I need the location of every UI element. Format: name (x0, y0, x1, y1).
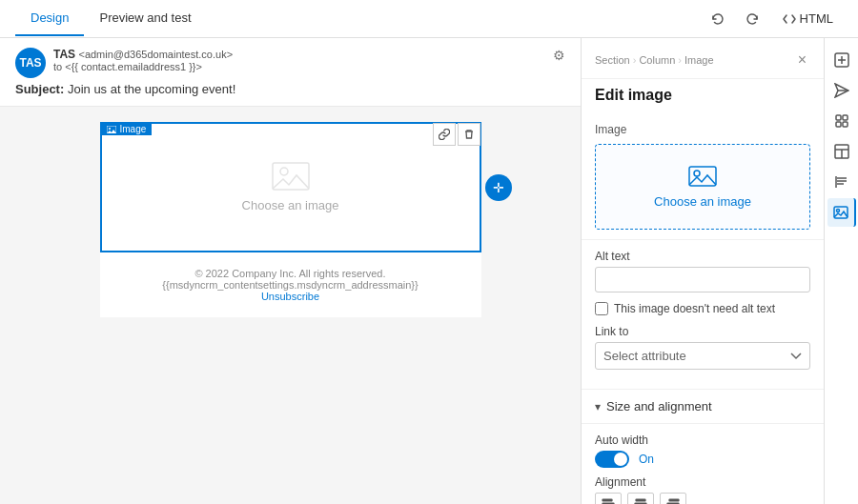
html-label: HTML (800, 11, 833, 26)
alt-text-input[interactable] (595, 267, 810, 292)
footer-copyright: © 2022 Company Inc. All rights reserved. (115, 268, 466, 279)
size-alignment-section-header[interactable]: ▾ Size and alignment (582, 390, 824, 424)
unsubscribe-link[interactable]: Unsubscribe (261, 291, 319, 302)
to-address: <{{ contact.emailaddress1 }}> (65, 61, 202, 72)
auto-width-state: On (639, 453, 654, 466)
breadcrumb-section: Section (595, 54, 630, 66)
alt-text-section: Alt text This image doesn't need alt tex… (582, 240, 824, 390)
no-alt-checkbox[interactable] (595, 302, 608, 315)
toolbar-actions: HTML (705, 6, 843, 32)
rail-add-icon[interactable] (827, 46, 856, 74)
svg-rect-23 (843, 122, 848, 127)
image-upload-area[interactable]: Choose an image (595, 144, 810, 230)
breadcrumb-column: Column (639, 54, 675, 66)
block-type-label: Image (120, 124, 147, 134)
sender-email: <admin@d365domaintest.co.uk> (78, 49, 233, 60)
image-upload-section: Image Choose an image (582, 113, 824, 240)
tab-preview[interactable]: Preview and test (84, 1, 206, 36)
avatar: TAS (15, 48, 46, 78)
alt-text-label: Alt text (595, 250, 810, 263)
email-header: TAS TAS <admin@d365domaintest.co.uk> to … (0, 38, 581, 107)
sender-name: TAS (53, 48, 75, 61)
svg-point-32 (836, 210, 839, 212)
rail-layout-icon[interactable] (827, 137, 856, 166)
svg-point-5 (694, 171, 700, 176)
rail-text-icon[interactable] (827, 168, 856, 196)
email-content: Image (100, 122, 481, 317)
svg-rect-12 (669, 499, 679, 501)
auto-width-toggle[interactable] (595, 451, 629, 468)
to-label: to (53, 61, 62, 72)
align-right-btn[interactable] (660, 493, 686, 504)
choose-image-text: Choose an image (242, 198, 339, 212)
right-panel: Section › Column › Image × Edit image Im… (581, 38, 824, 504)
alt-text-checkbox-row: This image doesn't need alt text (595, 302, 810, 315)
rail-send-icon[interactable] (827, 76, 856, 105)
size-alignment-content: Auto width On Alignment (582, 424, 824, 504)
panel-title: Edit image (582, 79, 824, 113)
svg-rect-2 (273, 163, 309, 190)
svg-rect-9 (636, 499, 645, 501)
main-layout: TAS TAS <admin@d365domaintest.co.uk> to … (0, 38, 858, 504)
image-block-actions (433, 123, 480, 146)
image-block[interactable]: Image (100, 122, 481, 252)
align-left-btn[interactable] (595, 493, 622, 504)
alignment-label: Alignment (595, 475, 810, 489)
choose-image-label: Choose an image (654, 194, 751, 209)
svg-rect-21 (843, 115, 848, 120)
sender-to-row: to <{{ contact.emailaddress1 }}> (53, 61, 545, 72)
image-placeholder[interactable]: Choose an image (102, 124, 480, 251)
image-section-label: Image (595, 123, 810, 136)
auto-width-toggle-row: On (595, 451, 810, 468)
email-preview: TAS TAS <admin@d365domaintest.co.uk> to … (0, 38, 581, 504)
svg-point-1 (109, 128, 111, 130)
undo-button[interactable] (705, 6, 731, 32)
sender-info: TAS <admin@d365domaintest.co.uk> to <{{ … (53, 48, 545, 72)
close-button[interactable]: × (794, 50, 810, 71)
svg-rect-31 (834, 207, 848, 218)
tab-design[interactable]: Design (15, 1, 84, 36)
svg-rect-20 (836, 115, 841, 120)
link-to-label: Link to (595, 325, 810, 338)
link-to-dropdown[interactable]: Select attribute (595, 342, 810, 370)
breadcrumb-image: Image (684, 54, 714, 66)
size-alignment-chevron: ▾ (595, 400, 601, 413)
image-block-label: Image (101, 123, 153, 135)
email-footer: © 2022 Company Inc. All rights reserved.… (100, 252, 481, 317)
top-bar: Design Preview and test HTML (0, 0, 858, 38)
rail-elements-icon[interactable] (827, 107, 856, 135)
link-to-field: Link to Select attribute (595, 325, 810, 370)
svg-point-3 (280, 168, 288, 175)
rail-image-icon[interactable] (827, 198, 856, 227)
auto-width-label: Auto width (595, 433, 810, 447)
alt-text-field: Alt text (595, 250, 810, 292)
html-button[interactable]: HTML (773, 8, 843, 30)
panel-header: Section › Column › Image × (582, 38, 824, 79)
move-handle[interactable]: ✛ (485, 174, 512, 201)
image-link-btn[interactable] (433, 123, 456, 146)
subject-prefix: Subject: (15, 82, 64, 96)
no-alt-label[interactable]: This image doesn't need alt text (614, 302, 775, 315)
icon-rail (824, 38, 858, 504)
settings-icon[interactable]: ⚙ (553, 48, 565, 63)
svg-rect-4 (689, 167, 716, 186)
svg-rect-6 (603, 499, 612, 501)
sender-row: TAS TAS <admin@d365domaintest.co.uk> to … (15, 48, 565, 78)
subject-row: Subject: Join us at the upcoming event! (15, 82, 565, 96)
image-delete-btn[interactable] (458, 123, 480, 146)
redo-button[interactable] (739, 6, 766, 32)
align-center-btn[interactable] (627, 493, 654, 504)
alignment-buttons (595, 493, 810, 504)
tab-group: Design Preview and test (15, 1, 207, 36)
size-alignment-label: Size and alignment (606, 399, 712, 413)
footer-address: {{msdyncrm_contentsettings.msdyncrm_addr… (115, 279, 466, 291)
subject-text: Join us at the upcoming event! (68, 82, 235, 96)
svg-rect-22 (836, 122, 841, 127)
email-canvas[interactable]: Image (0, 107, 581, 504)
breadcrumb: Section › Column › Image (595, 54, 714, 66)
